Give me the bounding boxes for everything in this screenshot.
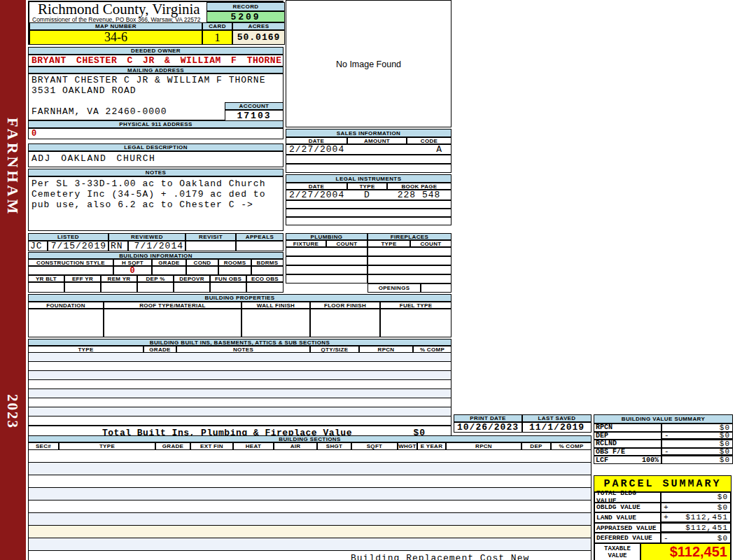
yr-blt-value bbox=[28, 282, 64, 293]
obs-fe-value: $0 bbox=[720, 447, 730, 456]
table-row bbox=[29, 371, 451, 380]
hsqft-label: H SQFT bbox=[113, 259, 152, 266]
table-row bbox=[29, 475, 591, 488]
obs-fe-label: OBS F/E bbox=[594, 448, 662, 456]
spacer bbox=[286, 284, 368, 293]
total-bldg-label: TOTAL BLDG VALUE bbox=[594, 492, 661, 503]
openings-value bbox=[421, 284, 451, 293]
li-bookpage-label: BOOK PAGE bbox=[387, 183, 451, 190]
map-number-value: 34-6 bbox=[29, 30, 202, 45]
depovr-value bbox=[174, 282, 210, 293]
sec-heat-label: HEAT bbox=[233, 442, 274, 450]
table-row bbox=[29, 380, 451, 389]
table-row bbox=[29, 362, 451, 371]
table-row bbox=[29, 450, 591, 463]
table-row bbox=[286, 200, 451, 209]
deferred-row: - $0 bbox=[661, 533, 731, 543]
lcf-label: LCF bbox=[596, 456, 608, 464]
fun-obs-label: FUN OBS bbox=[210, 275, 246, 282]
table-row bbox=[29, 398, 451, 407]
building-information-table: CONSTRUCTION STYLE H SQFT GRADE COND ROO… bbox=[28, 259, 284, 293]
total-bldg-value: $0 bbox=[661, 492, 731, 503]
wall-finish-value bbox=[241, 309, 310, 337]
sales-date-value: 2/27/2004 bbox=[286, 144, 347, 155]
fuel-type-value bbox=[380, 309, 451, 337]
acres-label: ACRES bbox=[232, 22, 285, 30]
sec-num-label: SEC# bbox=[28, 442, 59, 450]
table-row bbox=[286, 155, 451, 164]
obs-fe-row: - $0 bbox=[662, 448, 733, 456]
grade-value bbox=[152, 266, 186, 275]
sec-shgt-label: SHGT bbox=[317, 442, 351, 450]
rooms-label: ROOMS bbox=[218, 259, 251, 266]
record-number: 5209 bbox=[206, 11, 285, 22]
record-label: RECORD bbox=[206, 2, 285, 11]
table-row bbox=[29, 407, 451, 416]
eff-yr-value bbox=[64, 282, 101, 293]
parcel-summary: PARCEL SUMMARY TOTAL BLDG VALUE $0 OBLDG… bbox=[594, 475, 732, 560]
built-ins-table: TYPE GRADE NOTES QTY/SIZE RPCN % COMP To… bbox=[28, 346, 451, 438]
district-name-vertical: FARNHAM bbox=[4, 118, 22, 216]
account-number: 17103 bbox=[225, 110, 284, 121]
table-row bbox=[29, 463, 591, 475]
plumbing-fireplaces-table: PLUMBING FIREPLACES FIXTURE COUNT TYPE C… bbox=[286, 233, 451, 293]
cond-label: COND bbox=[186, 259, 218, 266]
district-sidebar: FARNHAM 2023 bbox=[0, 0, 26, 560]
roof-type-label: ROOF TYPE/MATERIAL bbox=[104, 302, 241, 309]
legal-description-value: ADJ OAKLAND CHURCH bbox=[29, 152, 283, 164]
reviewed-by: RN bbox=[108, 241, 128, 251]
revisit-value bbox=[186, 241, 236, 251]
foundation-label: FOUNDATION bbox=[28, 302, 104, 309]
bi-rpcn-label: RPCN bbox=[359, 346, 413, 353]
obs-fe-operator: - bbox=[664, 447, 670, 456]
building-properties-title: BUILDING PROPERTIES bbox=[28, 294, 451, 302]
hsqft-value: 0 bbox=[113, 266, 152, 275]
table-row bbox=[29, 538, 591, 551]
yr-blt-label: YR BLT bbox=[28, 275, 64, 282]
map-number-label: MAP NUMBER bbox=[29, 22, 202, 30]
legal-instruments-table: LEGAL INSTRUMENTS DATE TYPE BOOK PAGE 2/… bbox=[286, 174, 451, 225]
legal-instruments-title: LEGAL INSTRUMENTS bbox=[286, 174, 451, 183]
dep-operator: - bbox=[664, 431, 670, 440]
bdrms-value bbox=[251, 266, 284, 275]
land-value-label: LAND VALUE bbox=[594, 512, 661, 523]
table-row bbox=[29, 488, 591, 500]
floor-finish-label: FLOOR FINISH bbox=[310, 302, 380, 309]
last-saved-label: LAST SAVED bbox=[522, 414, 592, 422]
county-title: Richmond County, Virginia bbox=[29, 2, 206, 16]
construction-style-value bbox=[28, 266, 113, 275]
replacement-cost-note: Building Replacement Cost New bbox=[351, 553, 529, 560]
dep-label: DEP bbox=[594, 432, 662, 440]
lcf-percent: 100% bbox=[642, 456, 659, 464]
appraised-value: $112,451 bbox=[661, 523, 731, 533]
deeded-owner-label: DEEDED OWNER bbox=[28, 47, 284, 55]
construction-style-label: CONSTRUCTION STYLE bbox=[28, 259, 113, 266]
county-title-block: Richmond County, Virginia Commissioner o… bbox=[29, 2, 206, 22]
notes-label: NOTES bbox=[28, 169, 284, 176]
fireplaces-type-label: TYPE bbox=[368, 240, 410, 247]
table-row bbox=[29, 389, 451, 398]
bi-qty-label: QTY/SIZE bbox=[310, 346, 359, 353]
wall-finish-label: WALL FINISH bbox=[241, 302, 310, 309]
sec-comp-label: % COMP bbox=[551, 442, 592, 450]
land-value-row: + $112,451 bbox=[661, 512, 731, 523]
land-operator: + bbox=[664, 513, 669, 522]
deferred-value: $0 bbox=[718, 534, 728, 542]
building-value-summary-title: BUILDING VALUE SUMMARY bbox=[594, 414, 733, 424]
bdrms-label: BDRMS bbox=[251, 259, 284, 266]
plumbing-fixture-label: FIXTURE bbox=[286, 240, 326, 247]
appeals-label: APPEALS bbox=[236, 233, 284, 241]
mailing-line: BRYANT CHESTER C JR & WILLIAM F THORNE bbox=[29, 74, 283, 85]
obldg-row: + $0 bbox=[661, 503, 731, 513]
sec-type-label: TYPE bbox=[59, 442, 155, 450]
legal-description-box: ADJ OAKLAND CHURCH bbox=[28, 151, 284, 167]
card-label: CARD bbox=[202, 22, 232, 30]
mailing-address-label: MAILING ADDRESS bbox=[28, 66, 284, 74]
sales-amount-label: AMOUNT bbox=[347, 137, 407, 144]
taxable-value-label: TAXABLE VALUE bbox=[594, 543, 640, 560]
notes-line: Cemetery Inc (34-5A) + .0179 ac ded to bbox=[29, 189, 283, 200]
rclnd-value: $0 bbox=[662, 440, 733, 448]
table-row bbox=[368, 256, 451, 265]
built-ins-title: BUILDING BUILT INS, BASEMENTS, ATTICS & … bbox=[28, 339, 451, 346]
print-date-value: 10/26/2023 bbox=[454, 422, 522, 433]
